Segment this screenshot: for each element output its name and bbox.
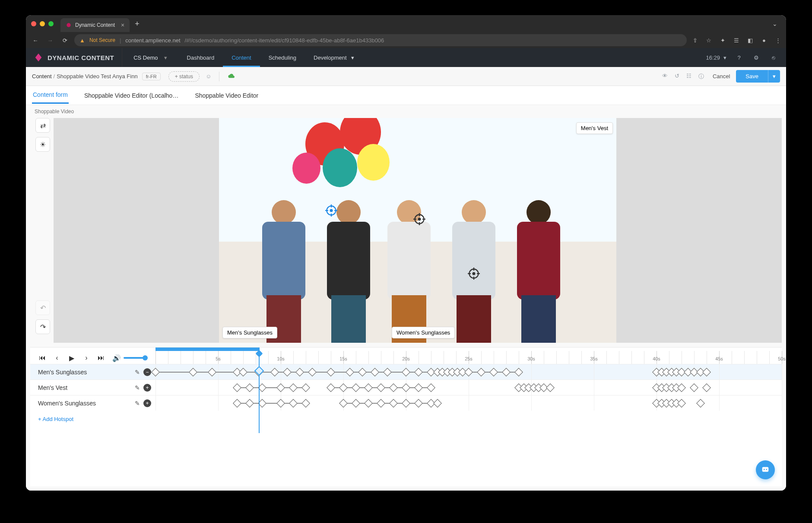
keyframe-icon[interactable] bbox=[377, 399, 385, 408]
side-panel-icon[interactable]: ◧ bbox=[746, 37, 754, 44]
keyframe-icon[interactable] bbox=[383, 368, 392, 376]
locale-chip[interactable]: fr-FR bbox=[142, 73, 161, 80]
keyframe-icon[interactable] bbox=[402, 368, 410, 376]
hotspot-target-icon[interactable] bbox=[413, 213, 425, 225]
keyframe-icon[interactable] bbox=[295, 368, 304, 376]
keyframe-icon[interactable] bbox=[464, 368, 473, 376]
keyframe-icon[interactable] bbox=[546, 383, 555, 392]
bookmark-icon[interactable]: ☆ bbox=[705, 37, 713, 44]
keyframe-icon[interactable] bbox=[690, 383, 698, 392]
keyframe-icon[interactable] bbox=[245, 399, 254, 408]
tab-editor[interactable]: Shoppable Video Editor bbox=[194, 88, 259, 103]
step-forward-icon[interactable]: › bbox=[80, 352, 92, 364]
keyframe-icon[interactable] bbox=[233, 399, 241, 408]
nav-forward-icon[interactable]: → bbox=[45, 37, 55, 44]
keyframe-icon[interactable] bbox=[427, 383, 435, 392]
preview-icon[interactable]: 👁 bbox=[662, 73, 668, 80]
keyframe-icon[interactable] bbox=[339, 399, 348, 408]
info-icon[interactable]: ⓘ bbox=[698, 73, 704, 80]
keyframe-icon[interactable] bbox=[327, 383, 335, 392]
profile-icon[interactable]: ● bbox=[760, 37, 768, 44]
keyframe-icon[interactable] bbox=[389, 399, 398, 408]
breadcrumb-root[interactable]: Content bbox=[32, 73, 52, 80]
keyframe-icon[interactable] bbox=[239, 368, 247, 376]
logout-icon[interactable]: ⎋ bbox=[769, 53, 778, 62]
calendar-icon[interactable]: ☷ bbox=[686, 73, 691, 80]
keyframe-icon[interactable] bbox=[276, 383, 285, 392]
remove-keyframe-icon[interactable]: − bbox=[143, 368, 151, 376]
keyframe-icon[interactable] bbox=[358, 368, 367, 376]
assignee-icon[interactable]: ☺ bbox=[206, 73, 211, 80]
redo-icon[interactable]: ↷ bbox=[35, 319, 50, 334]
brand[interactable]: DYNAMIC CONTENT bbox=[26, 53, 122, 62]
reading-list-icon[interactable]: ☰ bbox=[733, 37, 740, 44]
browser-tab[interactable]: Dynamic Content × bbox=[60, 18, 130, 32]
keyframe-icon[interactable] bbox=[308, 368, 317, 376]
url-field[interactable]: ▲ Not Secure | content.amplience.net/#!/… bbox=[74, 34, 687, 46]
keyframe-icon[interactable] bbox=[352, 399, 360, 408]
keyframe-icon[interactable] bbox=[289, 399, 298, 408]
hotspot-label-mens-vest[interactable]: Men's Vest bbox=[576, 122, 613, 134]
hotspot-target-icon[interactable] bbox=[325, 204, 337, 217]
swap-tool-icon[interactable]: ⇄ bbox=[35, 118, 50, 133]
hub-selector[interactable]: CS Demo ▾ bbox=[122, 48, 178, 67]
keyframe-icon[interactable] bbox=[364, 399, 373, 408]
nav-scheduling[interactable]: Scheduling bbox=[260, 48, 305, 67]
tab-content-form[interactable]: Content form bbox=[32, 87, 69, 104]
skip-end-icon[interactable]: ⏭ bbox=[95, 352, 107, 364]
minimize-window-icon[interactable] bbox=[40, 21, 45, 26]
playhead[interactable] bbox=[259, 348, 260, 433]
add-keyframe-icon[interactable]: + bbox=[143, 399, 151, 407]
tab-editor-local[interactable]: Shoppable Video Editor (Localho… bbox=[83, 88, 179, 103]
save-button[interactable]: Save bbox=[736, 70, 768, 83]
keyframe-icon[interactable] bbox=[346, 368, 354, 376]
nav-content[interactable]: Content bbox=[223, 48, 260, 67]
chat-fab-icon[interactable] bbox=[756, 460, 775, 479]
hotspot-label-womens-sunglasses[interactable]: Women's Sunglasses bbox=[392, 327, 455, 338]
timeline-row[interactable]: Men's Sunglasses ✎ − bbox=[30, 364, 782, 379]
sync-ok-icon[interactable] bbox=[227, 73, 235, 80]
add-status-button[interactable]: + status bbox=[168, 71, 200, 82]
cancel-button[interactable]: Cancel bbox=[713, 73, 730, 80]
keyframe-icon[interactable] bbox=[208, 368, 216, 376]
help-icon[interactable]: ? bbox=[734, 53, 744, 62]
keyframe-icon[interactable] bbox=[433, 399, 442, 408]
skip-start-icon[interactable]: ⏮ bbox=[36, 352, 48, 364]
timeline-row[interactable]: Women's Sunglasses ✎ + bbox=[30, 395, 782, 411]
volume-control[interactable]: 🔊 bbox=[112, 354, 145, 362]
nav-back-icon[interactable]: ← bbox=[30, 37, 41, 44]
keyframe-icon[interactable] bbox=[702, 383, 711, 392]
extensions-icon[interactable]: ✦ bbox=[719, 37, 726, 44]
timeline-ruler[interactable]: 5s10s15s20s25s30s35s40s45s50s bbox=[155, 348, 782, 364]
keyframe-icon[interactable] bbox=[301, 383, 310, 392]
keyframe-icon[interactable] bbox=[489, 368, 498, 376]
keyframe-icon[interactable] bbox=[327, 368, 335, 376]
new-tab-button[interactable]: + bbox=[130, 19, 145, 29]
keyframe-icon[interactable] bbox=[283, 368, 292, 376]
keyframe-icon[interactable] bbox=[677, 399, 686, 408]
settings-icon[interactable]: ⚙ bbox=[752, 53, 761, 62]
timeline-row[interactable]: Men's Vest ✎ + bbox=[30, 379, 782, 395]
keyframe-icon[interactable] bbox=[677, 383, 686, 392]
tabs-overflow-icon[interactable]: ⌄ bbox=[769, 20, 781, 27]
save-dropdown-icon[interactable]: ▾ bbox=[768, 70, 780, 83]
edit-icon[interactable]: ✎ bbox=[135, 384, 140, 391]
zoom-window-icon[interactable] bbox=[48, 21, 54, 26]
nav-reload-icon[interactable]: ⟳ bbox=[60, 37, 70, 44]
nav-dashboard[interactable]: Dashboard bbox=[178, 48, 223, 67]
keyframe-icon[interactable] bbox=[477, 368, 485, 376]
undo-icon[interactable]: ↶ bbox=[35, 300, 50, 315]
keyframe-icon[interactable] bbox=[371, 368, 379, 376]
keyframe-icon[interactable] bbox=[301, 399, 310, 408]
history-icon[interactable]: ↺ bbox=[675, 73, 679, 80]
brightness-tool-icon[interactable]: ☀ bbox=[35, 137, 50, 152]
keyframe-icon[interactable] bbox=[289, 383, 298, 392]
share-icon[interactable]: ⇧ bbox=[691, 37, 699, 44]
tab-close-icon[interactable]: × bbox=[121, 22, 124, 29]
keyframe-icon[interactable] bbox=[696, 399, 705, 408]
add-hotspot-link[interactable]: + Add Hotspot bbox=[38, 416, 73, 422]
keyframe-icon[interactable] bbox=[402, 399, 410, 408]
hotspot-label-mens-sunglasses[interactable]: Men's Sunglasses bbox=[222, 327, 277, 338]
keyframe-icon[interactable] bbox=[233, 383, 241, 392]
hotspot-target-icon[interactable] bbox=[468, 268, 480, 280]
